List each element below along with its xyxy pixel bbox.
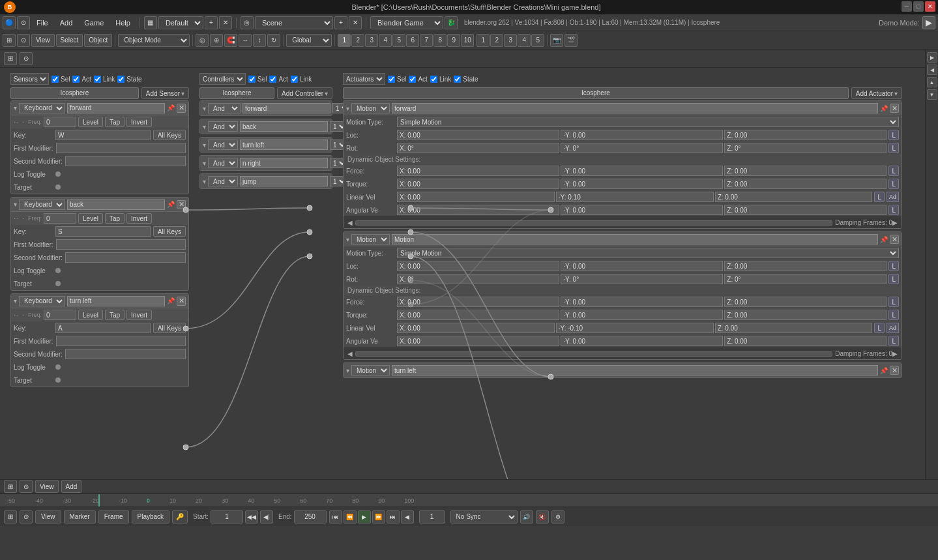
- select-btn[interactable]: Select: [56, 34, 83, 47]
- sensor-turnleft-close[interactable]: ✕: [177, 297, 186, 306]
- controllers-type-select[interactable]: Controllers: [199, 73, 246, 85]
- act-forward-name[interactable]: [392, 103, 878, 113]
- act-back-angvel-z[interactable]: [724, 336, 887, 346]
- sensors-act-check[interactable]: Act: [72, 76, 91, 83]
- act-forward-linvel-l[interactable]: L: [874, 192, 885, 202]
- add-controller-button[interactable]: Add Controller ▾: [277, 87, 332, 99]
- scene-selector[interactable]: Scene: [255, 16, 333, 29]
- act-back-torque-z[interactable]: [724, 310, 887, 320]
- act-forward-linvel-ad[interactable]: Ad: [887, 192, 899, 202]
- ctrl-forward-name[interactable]: [242, 103, 330, 113]
- act-forward-torque-z[interactable]: [724, 179, 887, 189]
- act-back-name[interactable]: [392, 234, 878, 244]
- act-forward-angvel-l[interactable]: L: [888, 205, 899, 215]
- sensor-turnleft-pin[interactable]: 📌: [167, 297, 175, 304]
- settings-icon[interactable]: ⚙: [551, 510, 564, 523]
- manipulator-icon[interactable]: ↔: [239, 34, 252, 47]
- act-forward-force-x[interactable]: [397, 166, 559, 176]
- scene-icon[interactable]: ⊙: [17, 16, 30, 29]
- act-forward-loc-y[interactable]: [561, 130, 723, 140]
- act-back-force-l[interactable]: L: [888, 297, 899, 307]
- sensor-forward-allkeys[interactable]: All Keys: [153, 130, 186, 140]
- act-back-motiontype-select[interactable]: Simple Motion: [397, 248, 899, 258]
- act-forward-pin[interactable]: 📌: [880, 105, 888, 112]
- actuators-sel-checkbox[interactable]: [388, 76, 395, 83]
- ctrl-back-arrow[interactable]: ▾: [203, 123, 206, 130]
- sensor-forward-tap[interactable]: Tap: [105, 117, 125, 127]
- frame-play-btn[interactable]: ▶: [358, 510, 371, 523]
- act-back-angvel-l[interactable]: L: [888, 336, 899, 346]
- ctrl-nright-type[interactable]: And: [208, 158, 238, 168]
- sensor-forward-close[interactable]: ✕: [177, 104, 186, 113]
- act-forward-loc-x[interactable]: [397, 130, 559, 140]
- ctrl-turnleft-name[interactable]: [240, 140, 328, 150]
- menu-file[interactable]: File: [31, 16, 53, 29]
- sensor-forward-pin[interactable]: 📌: [167, 104, 175, 111]
- act-forward-rot-y[interactable]: [561, 143, 723, 153]
- manip3-icon[interactable]: ↻: [267, 34, 280, 47]
- ctrl-jump-arrow[interactable]: ▾: [203, 178, 206, 185]
- sensor-forward-type[interactable]: Keyboard Mouse Collision: [19, 103, 65, 113]
- ctrl-turnleft-arrow[interactable]: ▾: [203, 141, 206, 149]
- act-back-linvel-y[interactable]: [556, 323, 714, 333]
- menu-game[interactable]: Game: [79, 16, 109, 29]
- actuators-act-checkbox[interactable]: [409, 76, 416, 83]
- act-forward-rot-x[interactable]: [397, 143, 559, 153]
- layer-6[interactable]: 6: [406, 34, 419, 47]
- actuators-type-select[interactable]: Actuators: [343, 73, 385, 85]
- sensor-forward-invert[interactable]: Invert: [126, 117, 152, 127]
- sensor-forward-mod2[interactable]: [65, 156, 186, 166]
- act-back-rot-z[interactable]: [724, 274, 887, 284]
- layer-12[interactable]: 2: [490, 34, 503, 47]
- timeline-type-icon[interactable]: ⊞: [4, 480, 17, 493]
- manip2-icon[interactable]: ↕: [253, 34, 266, 47]
- act-back-damping[interactable]: ◀ Damping Frames: 0 ▶: [344, 347, 901, 359]
- act-back-damping-track[interactable]: [355, 351, 832, 357]
- act-forward-angvel-y[interactable]: [561, 205, 723, 215]
- actuators-sel-check[interactable]: Sel: [388, 76, 406, 83]
- actuators-state-check[interactable]: State: [454, 76, 478, 83]
- frame-skip-back-btn[interactable]: ⏮: [329, 510, 342, 523]
- sync-selector[interactable]: No Sync Frame Dropping Sync to Audio: [450, 510, 518, 523]
- sensor-turnleft-mod2[interactable]: [65, 349, 186, 359]
- act-back-linvel-z[interactable]: [715, 323, 873, 333]
- layer-11[interactable]: 1: [476, 34, 490, 47]
- rpanel-btn-3[interactable]: ▲: [927, 77, 937, 87]
- add-actuator-button[interactable]: Add Actuator ▾: [851, 87, 902, 99]
- status-type-icon[interactable]: ⊞: [4, 510, 17, 523]
- layer-14[interactable]: 4: [518, 34, 531, 47]
- actuators-link-check[interactable]: Link: [430, 76, 451, 83]
- sensor-turnleft-name[interactable]: [67, 296, 165, 306]
- frame-prev-btn[interactable]: ◀◀: [245, 510, 258, 523]
- logic-pin-icon[interactable]: ⊙: [20, 52, 33, 65]
- act-back-arrow[interactable]: ▾: [346, 236, 349, 243]
- maximize-button[interactable]: □: [913, 1, 924, 12]
- controllers-sel-check[interactable]: Sel: [248, 76, 267, 83]
- act-back-angvel-x[interactable]: [397, 336, 559, 346]
- sensors-type-select[interactable]: Sensors: [10, 73, 49, 85]
- act-back-angvel-y[interactable]: [561, 336, 723, 346]
- sensor-back-tap[interactable]: Tap: [105, 213, 125, 224]
- act-forward-damping-track[interactable]: [355, 220, 832, 226]
- actuators-state-checkbox[interactable]: [454, 76, 461, 83]
- sensor-back-mod2[interactable]: [65, 252, 186, 263]
- rpanel-btn-1[interactable]: ▶: [927, 52, 937, 63]
- layer-2[interactable]: 2: [351, 34, 364, 47]
- status-view-btn[interactable]: View: [35, 510, 61, 523]
- timeline-add-btn[interactable]: Add: [61, 480, 82, 493]
- layer-5[interactable]: 5: [392, 34, 405, 47]
- add-sensor-button[interactable]: Add Sensor ▾: [141, 87, 189, 99]
- act-forward-loc-z[interactable]: [724, 130, 887, 140]
- act-forward-linvel-y[interactable]: [556, 192, 714, 202]
- sensor-back-level[interactable]: Level: [78, 213, 103, 224]
- controllers-link-check[interactable]: Link: [291, 76, 312, 83]
- snap-icon[interactable]: 🧲: [224, 34, 237, 47]
- act-forward-linvel-x[interactable]: [397, 192, 555, 202]
- sensor-turnleft-level[interactable]: Level: [78, 310, 103, 320]
- controllers-act-check[interactable]: Act: [269, 76, 287, 83]
- end-frame-input[interactable]: [294, 510, 327, 523]
- blender-menu-icon[interactable]: 🔵: [3, 16, 16, 29]
- layer-15[interactable]: 5: [531, 34, 544, 47]
- actuators-link-checkbox[interactable]: [430, 76, 437, 83]
- sensor-turnleft-allkeys[interactable]: All Keys: [153, 323, 186, 333]
